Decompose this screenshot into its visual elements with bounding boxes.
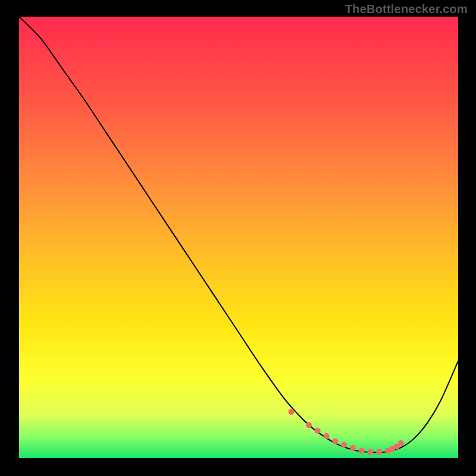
chart-container: TheBottlenecker.com bbox=[0, 0, 476, 476]
chart-background bbox=[19, 17, 458, 458]
valley-marker bbox=[324, 433, 330, 439]
valley-marker bbox=[350, 445, 356, 451]
valley-marker bbox=[341, 442, 347, 448]
valley-marker bbox=[306, 422, 312, 428]
valley-marker bbox=[376, 449, 382, 455]
valley-marker bbox=[367, 449, 373, 455]
valley-marker bbox=[398, 440, 404, 446]
valley-marker bbox=[315, 428, 321, 434]
bottleneck-chart bbox=[0, 0, 476, 476]
valley-marker bbox=[332, 439, 338, 444]
valley-marker bbox=[359, 447, 365, 453]
valley-marker bbox=[289, 409, 295, 415]
